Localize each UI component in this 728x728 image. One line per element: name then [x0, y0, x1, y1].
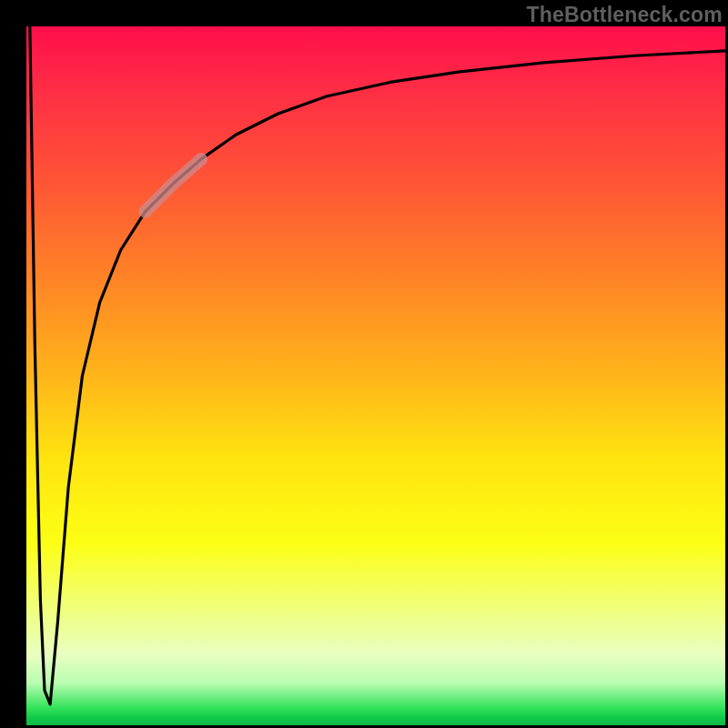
watermark-text: TheBottleneck.com [526, 3, 723, 27]
curve-layer [26, 26, 725, 725]
chart-frame: TheBottleneck.com [0, 0, 728, 728]
series-highlight-segment [146, 159, 201, 212]
series-curve [30, 26, 725, 704]
